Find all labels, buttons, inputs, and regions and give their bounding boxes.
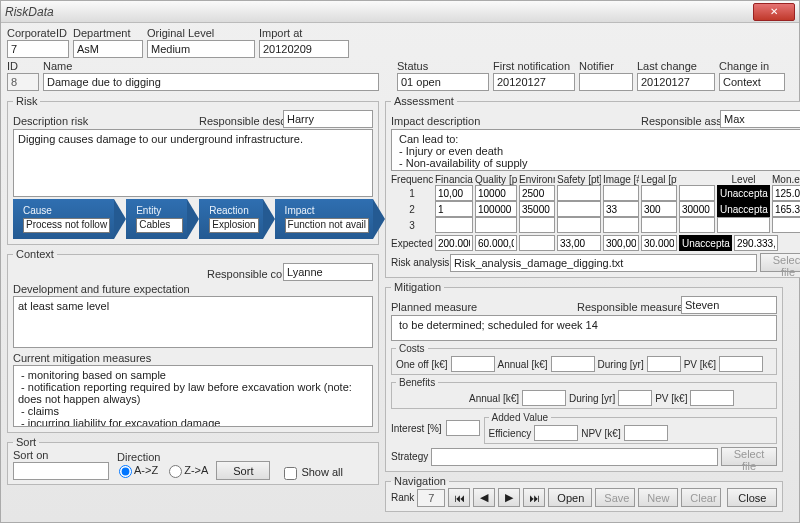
lbl-c-oneoff: One off [k€]: [396, 359, 448, 370]
efficiency-field[interactable]: [534, 425, 578, 441]
cell-qual[interactable]: [519, 201, 555, 217]
strategy-field[interactable]: [431, 448, 718, 466]
lbl-interest: Interest [%]: [391, 423, 442, 434]
radio-az[interactable]: A->Z: [117, 464, 158, 476]
cell-saf[interactable]: [603, 217, 639, 233]
mitigation-legend: Mitigation: [391, 281, 444, 293]
expected-mon[interactable]: [734, 235, 778, 251]
original-level-field[interactable]: [147, 40, 255, 58]
save-button[interactable]: Save: [595, 488, 635, 507]
cell-leg[interactable]: [679, 201, 715, 217]
cell-moneq[interactable]: [772, 217, 800, 233]
notifier-field[interactable]: [579, 73, 633, 91]
nav-legend: Navigation: [391, 475, 449, 487]
lbl-description-risk: Description risk: [13, 115, 195, 127]
cell-env[interactable]: [557, 217, 601, 233]
cell-env[interactable]: [557, 185, 601, 201]
nav-next-button[interactable]: ▶: [498, 488, 520, 507]
expected-env[interactable]: [519, 235, 555, 251]
close-button[interactable]: Close: [727, 488, 777, 507]
lbl-corporate-id: CorporateID: [7, 27, 69, 39]
planned-measure-textarea[interactable]: [391, 315, 777, 341]
expected-qual[interactable]: [475, 235, 517, 251]
first-notification-field[interactable]: [493, 73, 575, 91]
development-textarea[interactable]: [13, 296, 373, 348]
cell-freq[interactable]: [435, 201, 473, 217]
corporate-id-field[interactable]: [7, 40, 69, 58]
resp-assess-field[interactable]: [720, 110, 800, 128]
resp-description-field[interactable]: [283, 110, 373, 128]
c-during[interactable]: [647, 356, 681, 372]
cell-moneq[interactable]: [772, 185, 800, 201]
resp-measure-field[interactable]: [681, 296, 777, 314]
b-annual[interactable]: [522, 390, 566, 406]
last-change-field[interactable]: [637, 73, 715, 91]
new-button[interactable]: New: [638, 488, 678, 507]
sort-button[interactable]: Sort: [216, 461, 270, 480]
chev-cause[interactable]: Cause Process not follow: [13, 199, 114, 239]
col-level: Level: [717, 174, 770, 185]
expected-img[interactable]: [603, 235, 639, 251]
cell-fin[interactable]: [475, 217, 517, 233]
cell-saf[interactable]: [603, 185, 639, 201]
change-in-field[interactable]: [719, 73, 785, 91]
status-field[interactable]: [397, 73, 489, 91]
expected-fin[interactable]: [435, 235, 473, 251]
cell-env[interactable]: [557, 201, 601, 217]
c-pv[interactable]: [719, 356, 763, 372]
added-value-group: Added Value Efficiency NPV [k€]: [484, 412, 777, 444]
cell-moneq[interactable]: [772, 201, 800, 217]
lbl-b-during: During [yr]: [569, 393, 615, 404]
b-during[interactable]: [618, 390, 652, 406]
cell-img[interactable]: [641, 201, 677, 217]
mitigation-select-file-button[interactable]: Select file: [721, 447, 777, 466]
cell-img[interactable]: [641, 217, 677, 233]
chev-impact[interactable]: Impact Function not avail: [275, 199, 373, 239]
cell-fin[interactable]: [475, 201, 517, 217]
risk-flow: Cause Process not follow Entity Cables R…: [13, 199, 373, 239]
cell-qual[interactable]: [519, 185, 555, 201]
nav-last-button[interactable]: ⏭: [523, 488, 545, 507]
cell-saf[interactable]: [603, 201, 639, 217]
cell-leg[interactable]: [679, 217, 715, 233]
npv-field[interactable]: [624, 425, 668, 441]
c-annual[interactable]: [551, 356, 595, 372]
nav-first-button[interactable]: ⏮: [448, 488, 470, 507]
assessment-legend: Assessment: [391, 95, 457, 107]
cell-freq[interactable]: [435, 217, 473, 233]
lbl-resp-assess: Responsible assessment: [641, 115, 716, 127]
open-button[interactable]: Open: [548, 488, 592, 507]
lbl-import-at: Import at: [259, 27, 349, 39]
cell-leg[interactable]: [679, 185, 715, 201]
name-field[interactable]: [43, 73, 379, 91]
chev-reaction[interactable]: Reaction Explosion: [199, 199, 262, 239]
show-all-checkbox[interactable]: Show all: [278, 466, 343, 480]
risk-description-textarea[interactable]: [13, 129, 373, 197]
department-field[interactable]: [73, 40, 143, 58]
radio-za[interactable]: Z->A: [167, 464, 208, 476]
impact-desc-textarea[interactable]: [391, 129, 800, 171]
clear-button[interactable]: Clear: [681, 488, 721, 507]
cell-fin[interactable]: [475, 185, 517, 201]
b-pv[interactable]: [690, 390, 734, 406]
assessment-select-file-button[interactable]: Select file: [760, 253, 800, 272]
cell-qual[interactable]: [519, 217, 555, 233]
expected-saf[interactable]: [557, 235, 601, 251]
interest-field[interactable]: [446, 420, 480, 436]
chev-entity[interactable]: Entity Cables: [126, 199, 187, 239]
current-mitigation-textarea[interactable]: [13, 365, 373, 427]
expected-leg[interactable]: [641, 235, 677, 251]
import-at-field[interactable]: [259, 40, 349, 58]
close-icon[interactable]: ✕: [753, 3, 795, 21]
nav-prev-button[interactable]: ◀: [473, 488, 495, 507]
lbl-resp-context: Responsible context: [207, 268, 279, 280]
sort-on-field[interactable]: [13, 462, 109, 480]
risk-analysis-field[interactable]: [450, 254, 757, 272]
c-oneoff[interactable]: [451, 356, 495, 372]
cell-level: Unaccepta: [717, 201, 770, 217]
cell-img[interactable]: [641, 185, 677, 201]
cell-freq[interactable]: [435, 185, 473, 201]
resp-context-field[interactable]: [283, 263, 373, 281]
rank-field: [417, 489, 445, 507]
col-image: Image [#]: [603, 174, 639, 185]
